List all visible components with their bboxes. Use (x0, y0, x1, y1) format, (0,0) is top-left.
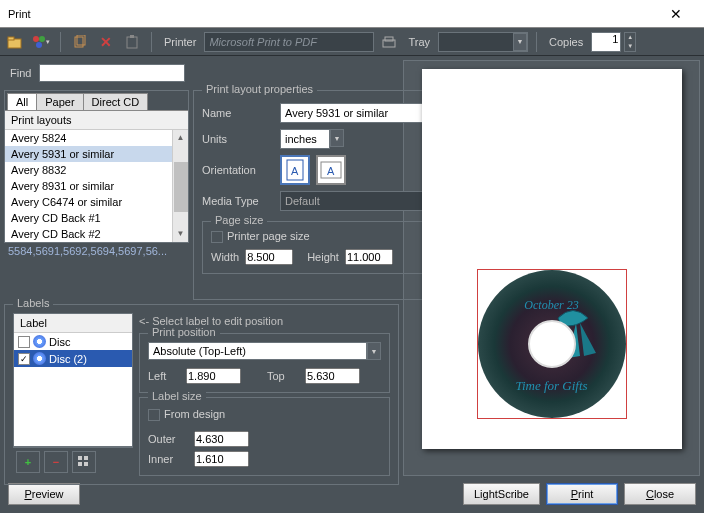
copies-spinner[interactable]: ▲▼ (624, 32, 636, 52)
chevron-down-icon[interactable]: ▼ (330, 129, 344, 147)
label-name: Disc (2) (49, 353, 87, 365)
media-type-select[interactable] (280, 191, 428, 211)
open-folder-icon[interactable] (4, 31, 26, 53)
svg-point-3 (39, 36, 45, 42)
height-input[interactable] (345, 249, 393, 265)
toolbar-separator (60, 32, 61, 52)
chevron-down-icon[interactable]: ▼ (367, 342, 381, 360)
page-size-group: Page size Printer page size Width Height (202, 221, 442, 274)
units-select[interactable] (280, 129, 330, 149)
layout-tabs: All Paper Direct CD (5, 91, 188, 110)
settings-color-icon[interactable]: ▾ (30, 31, 52, 53)
svg-rect-1 (8, 37, 14, 40)
toolbar-separator (151, 32, 152, 52)
paste-icon[interactable] (121, 31, 143, 53)
inner-input[interactable] (194, 451, 249, 467)
copies-input[interactable]: 1 (591, 32, 621, 52)
svg-rect-18 (84, 462, 88, 466)
delete-icon[interactable]: ✕ (95, 31, 117, 53)
toolbar: ▾ ✕ Printer Microsoft Print to PDF Tray … (0, 28, 704, 56)
top-label: Top (267, 370, 299, 382)
tray-select[interactable]: ▼ (438, 32, 528, 52)
left-label: Left (148, 370, 180, 382)
copy-icon[interactable] (69, 31, 91, 53)
preview-button[interactable]: Preview (8, 483, 80, 505)
svg-rect-7 (127, 37, 137, 48)
chevron-down-icon[interactable]: ▼ (513, 33, 527, 51)
remove-label-button[interactable]: − (44, 451, 68, 473)
label-checkbox[interactable]: ✓ (18, 353, 30, 365)
print-layout-properties-group: Print layout properties Name Units ▼ Ori… (193, 90, 451, 300)
labels-header: Label (14, 314, 132, 333)
orientation-label: Orientation (202, 164, 274, 176)
titlebar: Print ✕ (0, 0, 704, 28)
preview-page: October 23 Time for Gifts (422, 69, 682, 449)
scrollbar[interactable]: ▲▼ (172, 130, 188, 242)
svg-rect-15 (78, 456, 82, 460)
disc-artwork: October 23 Time for Gifts (478, 270, 626, 418)
orientation-landscape[interactable]: A (316, 155, 346, 185)
left-input[interactable] (186, 368, 241, 384)
layout-item[interactable]: Avery 8832 (5, 162, 188, 178)
find-label: Find (10, 67, 31, 79)
layout-list-body[interactable]: Avery 5824 Avery 5931 or similar Avery 8… (5, 130, 188, 242)
label-size-group: Label size From design Outer Inner (139, 397, 390, 476)
label-checkbox[interactable] (18, 336, 30, 348)
close-button[interactable]: Close (624, 483, 696, 505)
disc-text-bottom: Time for Gifts (478, 378, 626, 394)
label-item[interactable]: ✓ Disc (2) (14, 350, 132, 367)
close-icon[interactable]: ✕ (656, 6, 696, 22)
layout-item[interactable]: Avery 5824 (5, 130, 188, 146)
label-name: Disc (49, 336, 70, 348)
top-input[interactable] (305, 368, 360, 384)
lightscribe-button[interactable]: LightScribe (463, 483, 540, 505)
window-title: Print (8, 8, 656, 20)
layout-item[interactable]: Avery C6474 or similar (5, 194, 188, 210)
width-input[interactable] (245, 249, 293, 265)
tab-direct-cd[interactable]: Direct CD (83, 93, 149, 110)
label-item[interactable]: Disc (14, 333, 132, 350)
svg-text:A: A (327, 165, 335, 177)
layout-item[interactable]: Avery CD Back #1 (5, 210, 188, 226)
labels-group: Labels Label Disc ✓ (4, 304, 399, 485)
tab-all[interactable]: All (7, 93, 37, 110)
layout-footer-hint: 5584,5691,5692,5694,5697,56... (4, 243, 189, 259)
labels-body[interactable]: Disc ✓ Disc (2) (14, 333, 132, 446)
from-design-label: From design (164, 408, 225, 420)
media-type-label: Media Type (202, 195, 274, 207)
units-label: Units (202, 133, 274, 145)
printer-properties-icon[interactable] (378, 31, 400, 53)
print-button[interactable]: Print (546, 483, 618, 505)
outer-input[interactable] (194, 431, 249, 447)
printer-select[interactable]: Microsoft Print to PDF (204, 32, 374, 52)
labels-footer: + − (13, 447, 133, 476)
labels-list: Label Disc ✓ Disc (2) (13, 313, 133, 447)
name-input[interactable] (280, 103, 442, 123)
layout-item[interactable]: Avery CD Back #2 (5, 226, 188, 242)
layout-item[interactable]: Avery 8931 or similar (5, 178, 188, 194)
svg-text:A: A (291, 165, 299, 177)
inner-label: Inner (148, 453, 188, 465)
copies-label: Copies (545, 36, 587, 48)
disc-hole (528, 320, 576, 368)
disc-icon (33, 335, 46, 348)
layout-list-panel: All Paper Direct CD Print layouts Avery … (4, 90, 189, 243)
name-label: Name (202, 107, 274, 119)
disc-frame: October 23 Time for Gifts (477, 269, 627, 419)
toolbar-separator (536, 32, 537, 52)
svg-rect-17 (78, 462, 82, 466)
disc-icon (33, 352, 46, 365)
printer-page-size-checkbox[interactable] (211, 231, 223, 243)
position-mode-select[interactable]: Absolute (Top-Left) ▼ (148, 342, 381, 360)
find-input[interactable] (39, 64, 185, 82)
layout-item[interactable]: Avery 5931 or similar (5, 146, 188, 162)
svg-rect-16 (84, 456, 88, 460)
add-label-button[interactable]: + (16, 451, 40, 473)
orientation-portrait[interactable]: A (280, 155, 310, 185)
outer-label: Outer (148, 433, 188, 445)
svg-rect-8 (130, 35, 134, 38)
tab-paper[interactable]: Paper (36, 93, 83, 110)
from-design-checkbox[interactable] (148, 409, 160, 421)
group-title: Labels (13, 297, 53, 309)
grid-view-button[interactable] (72, 451, 96, 473)
